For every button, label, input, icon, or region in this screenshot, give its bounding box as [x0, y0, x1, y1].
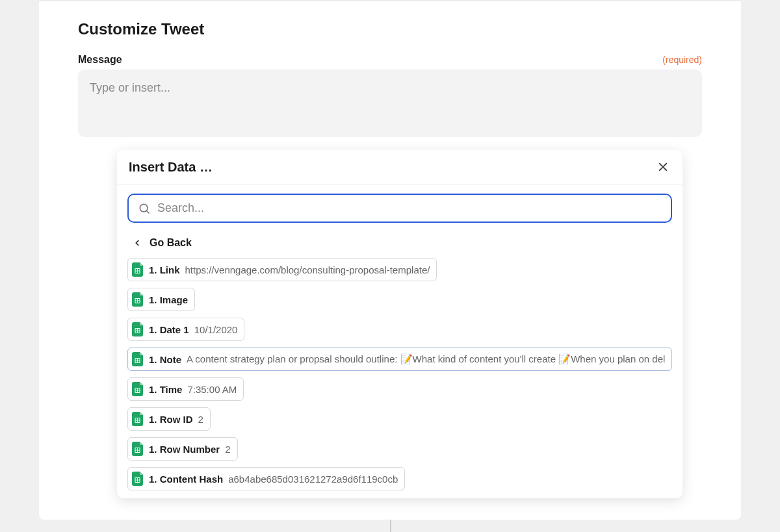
svg-rect-12	[136, 301, 138, 303]
svg-rect-23	[138, 361, 140, 362]
sheets-icon	[132, 472, 144, 486]
data-item[interactable]: 1. Row Number2	[127, 437, 238, 461]
svg-rect-31	[138, 418, 140, 420]
svg-rect-17	[136, 331, 138, 333]
data-item[interactable]: 1. Linkhttps://venngage.com/blog/consult…	[127, 258, 437, 281]
data-item-label: 1. Image	[149, 294, 188, 305]
close-icon	[657, 161, 669, 173]
data-item-value: A content strategy plan or propsal shoul…	[187, 353, 665, 365]
data-item[interactable]: 1. Date 110/1/2020	[127, 318, 244, 341]
svg-rect-32	[136, 420, 138, 422]
data-item-label: 1. Note	[149, 354, 181, 365]
sheets-icon	[132, 412, 144, 426]
data-item-value: 2	[198, 414, 203, 425]
required-badge: (required)	[662, 55, 702, 65]
data-item-label: 1. Link	[149, 264, 180, 275]
data-item[interactable]: 1. NoteA content strategy plan or propsa…	[127, 348, 672, 371]
svg-rect-36	[138, 448, 140, 450]
data-item[interactable]: 1. Content Hasha6b4abe685d031621272a9d6f…	[127, 467, 405, 490]
data-item[interactable]: 1. Time7:35:00 AM	[127, 377, 244, 401]
svg-rect-13	[138, 301, 140, 303]
search-input[interactable]	[157, 201, 662, 215]
insert-panel-title: Insert Data …	[129, 160, 213, 175]
data-item-value: 10/1/2020	[194, 324, 238, 335]
sheets-icon	[132, 442, 144, 456]
svg-rect-28	[138, 390, 140, 392]
svg-rect-35	[136, 448, 138, 450]
message-input[interactable]: Type or insert...	[78, 70, 702, 137]
svg-rect-18	[138, 331, 140, 333]
svg-rect-6	[138, 269, 140, 271]
data-item-value: 7:35:00 AM	[187, 384, 237, 395]
sheets-icon	[132, 352, 144, 366]
svg-rect-16	[138, 329, 140, 331]
svg-rect-10	[136, 299, 138, 301]
sheets-icon	[132, 262, 144, 277]
svg-rect-37	[136, 450, 138, 452]
svg-rect-25	[136, 388, 138, 390]
data-item-label: 1. Content Hash	[149, 474, 223, 485]
data-item-label: 1. Row ID	[149, 414, 193, 425]
insert-panel-header: Insert Data …	[117, 150, 682, 184]
search-wrap	[117, 184, 682, 229]
go-back-button[interactable]: Go Back	[117, 229, 682, 258]
data-item-value: a6b4abe685d031621272a9d6f119c0cb	[228, 474, 398, 485]
svg-rect-20	[136, 359, 138, 361]
sheets-icon	[132, 292, 144, 307]
close-button[interactable]	[655, 159, 671, 175]
data-item[interactable]: 1. Image	[127, 288, 195, 311]
svg-rect-41	[138, 478, 140, 480]
data-item-value: 2	[225, 444, 230, 455]
message-placeholder: Type or insert...	[90, 81, 170, 94]
svg-point-2	[140, 204, 148, 212]
message-field-header: Message (required)	[78, 54, 702, 66]
flow-connector	[390, 520, 391, 532]
svg-rect-33	[138, 420, 140, 422]
sheets-icon	[132, 382, 144, 396]
svg-rect-27	[136, 390, 138, 392]
svg-rect-5	[136, 269, 138, 271]
data-item-label: 1. Date 1	[149, 324, 189, 335]
data-item-value: https://venngage.com/blog/consulting-pro…	[185, 264, 430, 275]
svg-rect-15	[136, 329, 138, 331]
editor-card: Customize Tweet Message (required) Type …	[39, 0, 741, 520]
insert-data-panel: Insert Data … Go Back 1. Linkhttps://ven…	[117, 150, 682, 498]
go-back-label: Go Back	[150, 237, 192, 249]
svg-rect-30	[136, 418, 138, 420]
svg-rect-22	[136, 361, 138, 362]
data-item-label: 1. Time	[149, 384, 182, 395]
svg-line-3	[147, 210, 150, 213]
svg-rect-42	[136, 480, 138, 482]
sheets-icon	[132, 322, 144, 336]
data-item[interactable]: 1. Row ID2	[127, 407, 211, 431]
svg-rect-40	[136, 478, 138, 480]
chevron-left-icon	[133, 238, 142, 247]
svg-rect-43	[138, 480, 140, 482]
svg-rect-8	[138, 271, 140, 273]
search-box[interactable]	[127, 194, 672, 223]
data-items-list: 1. Linkhttps://venngage.com/blog/consult…	[117, 258, 682, 498]
svg-rect-7	[136, 271, 138, 273]
svg-rect-11	[138, 299, 140, 301]
message-label: Message	[78, 54, 122, 66]
svg-rect-21	[138, 359, 140, 361]
data-item-label: 1. Row Number	[149, 444, 220, 455]
svg-rect-38	[138, 450, 140, 452]
svg-rect-26	[138, 388, 140, 390]
search-icon	[138, 202, 151, 215]
page-title: Customize Tweet	[78, 20, 702, 38]
